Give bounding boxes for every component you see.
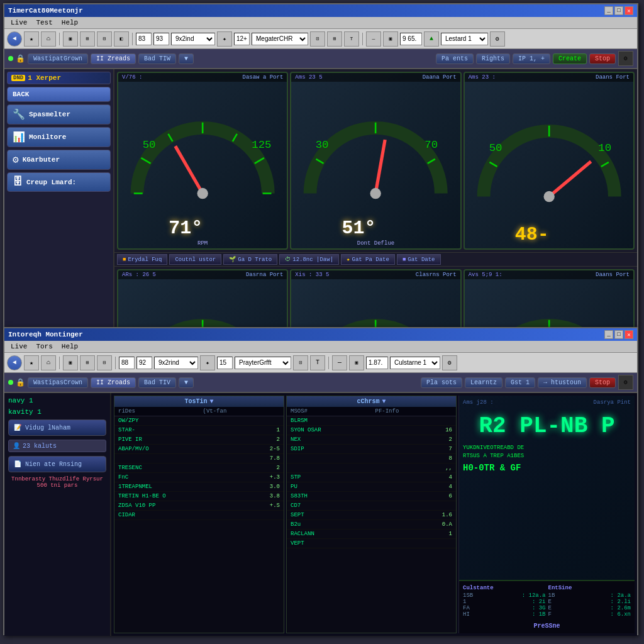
tb2-dropdown2[interactable]: PrayterGrfft [235,357,291,369]
tb-dropdown3[interactable]: Lestard 1 [441,33,488,45]
info-l2: 1 [463,599,466,605]
restore-btn-2[interactable]: □ [614,330,623,339]
menu-live-1[interactable]: Live [7,18,31,27]
sidebar-moniltore-btn[interactable]: 📊 Moniltore [7,127,111,147]
home-btn[interactable]: ⌂ [41,31,56,47]
tb-star-icon[interactable]: ✦ [217,31,232,47]
lower-nienate-btn[interactable]: 📄 Nien ate Rnsing [8,456,106,472]
tb-settings-icon[interactable]: ⚙ [490,31,505,47]
tb2-input4[interactable] [366,357,388,369]
mid-btn-ga[interactable]: 🌱 Ga D Trato [223,254,277,265]
tb2-star-icon[interactable]: ✦ [200,355,215,370]
tb2-dropdown1[interactable]: 9x2rind [154,357,198,369]
lower-vidug-btn[interactable]: 📝 Vidug lNaham [8,419,106,436]
back-nav-btn-2[interactable]: ◄ [7,355,22,370]
tb-dropdown2[interactable]: MegaterCHR [252,33,308,45]
tb2-icon1[interactable]: ▣ [63,355,78,370]
mid-btn-coutnl[interactable]: Coutnl ustor [169,254,221,265]
info-r3l: E [548,605,552,611]
nav2-btn2[interactable]: II Zroads [91,377,136,388]
close-btn-2[interactable]: ✕ [625,330,633,339]
svg-text:125: 125 [252,139,271,151]
tb-input2[interactable] [153,33,169,45]
mid-btn-gat-pa[interactable]: ★ Gat Pa Date [341,254,395,265]
tb-icon5[interactable]: ⊡ [310,31,325,47]
nav2-btn5[interactable]: Learntz [465,377,502,388]
tb2-icon3[interactable]: ⊟ [97,355,112,370]
tb-icon4[interactable]: ◧ [114,31,129,47]
tb-icon6[interactable]: ⊞ [327,31,342,47]
gauge-3-container: 50 10 [465,82,633,224]
menu-help-1[interactable]: Help [58,18,82,27]
tb-icon1[interactable]: ▣ [63,31,78,47]
tb-icon7[interactable]: T [344,31,359,47]
tb2-input2[interactable] [136,357,152,369]
menu-tors-2[interactable]: Tors [32,342,56,351]
tb2-icon7[interactable]: ▣ [349,355,364,370]
info-row-2: 1 : 2i [463,599,546,605]
nav2-settings-icon[interactable]: ⚙ [618,375,633,390]
window-1: TimerCat80Meetonjr _ □ ✕ Live Test Help … [3,3,638,327]
tb2-icon5[interactable]: T [310,355,325,370]
minimize-btn-2[interactable]: _ [604,330,613,339]
mid-btn-label-5: Gat Pa Date [352,257,389,263]
gauge-1-title: Dasaw a Port [243,74,284,80]
back-nav-btn[interactable]: ◄ [7,31,22,47]
tb2-input3[interactable] [217,357,233,369]
tb2-settings-icon[interactable]: ⚙ [442,355,457,370]
tb-input1[interactable] [136,33,152,45]
sidebar-spasmelter-btn[interactable]: 🔧 Spasmelter [7,104,111,125]
star-btn-2[interactable]: ★ [24,355,39,370]
tb-icon8[interactable]: — [366,31,381,47]
tb2-icon2[interactable]: ⊞ [80,355,95,370]
nav2-btn-stop[interactable]: Stop [589,377,616,388]
table-row: CIDAR [114,511,284,520]
nav-btn-ip[interactable]: IP 1, + [513,53,550,64]
tb2-dropdown3[interactable]: Culstarne 1 [390,357,440,369]
nav-btn-bad-tiw[interactable]: Bad TIW [138,53,176,64]
close-btn-1[interactable]: ✕ [625,6,633,15]
nav2-btn6[interactable]: Gst 1 [505,377,535,388]
nav-btn-create[interactable]: Create [553,53,587,64]
tb2-icon4[interactable]: ⊡ [293,355,308,370]
table-1-dropdown-icon[interactable]: ▼ [210,398,214,405]
tb-icon3[interactable]: ⊟ [97,31,112,47]
nav-dropdown-btn[interactable]: ▼ [179,53,194,64]
tb-icon2[interactable]: ⊞ [80,31,95,47]
nav-btn-wastipatgrown[interactable]: WastipatGrown [28,53,88,64]
menu-live-2[interactable]: Live [7,342,31,351]
nav2-btn3[interactable]: Bad TIV [138,377,176,388]
nav2-btn1[interactable]: WastipasCrown [28,377,88,388]
menu-help-2[interactable]: Help [58,342,82,351]
sidebar-icon-4: 🗄 [13,176,23,188]
sidebar-back-btn[interactable]: BACK [7,87,111,102]
mid-btn-gat-date[interactable]: ■ Gat Date [397,254,441,265]
sidebar-creup-btn[interactable]: 🗄 Creup Lmard: [7,172,111,192]
tb-dropdown1[interactable]: 9x2ind [171,33,215,45]
tb2-icon6[interactable]: — [332,355,347,370]
nav2-dropdown-btn[interactable]: ▼ [179,377,194,388]
mid-btn-time[interactable]: ⏱ 12.8nc |Daw| [279,254,339,265]
right-main-value: R2 PL-NB P [463,413,631,439]
tb-input4[interactable] [400,33,422,45]
star-btn[interactable]: ★ [24,31,39,47]
home-btn-2[interactable]: ⌂ [41,355,56,370]
tb-input3[interactable] [234,33,250,45]
menu-test-1[interactable]: Test [32,18,56,27]
minimize-btn-1[interactable]: _ [604,6,613,15]
tb2-input1[interactable] [119,357,135,369]
nav-btn-parents[interactable]: Pa ents [436,53,474,64]
nav-settings-icon-1[interactable]: ⚙ [618,51,633,66]
tb-icon9[interactable]: ▣ [383,31,398,47]
mid-btn-erydal[interactable]: ■ Erydal Fuq [117,254,167,265]
nav-btn-zreads[interactable]: II Zreads [91,53,136,64]
table-2-dropdown-icon[interactable]: ▼ [382,398,386,405]
restore-btn-1[interactable]: □ [614,6,623,15]
nav-btn-stop[interactable]: Stop [589,53,616,64]
info-v4: : 1B [532,611,546,618]
tb-triangle-icon[interactable]: ▲ [424,31,439,47]
nav-btn-rights[interactable]: Rights [476,53,510,64]
nav2-btn7[interactable]: → htustoun [538,377,587,388]
nav2-btn4[interactable]: Pla sots [421,377,462,388]
sidebar-garbuter-btn[interactable]: ⚙ KGarbuter [7,150,111,170]
